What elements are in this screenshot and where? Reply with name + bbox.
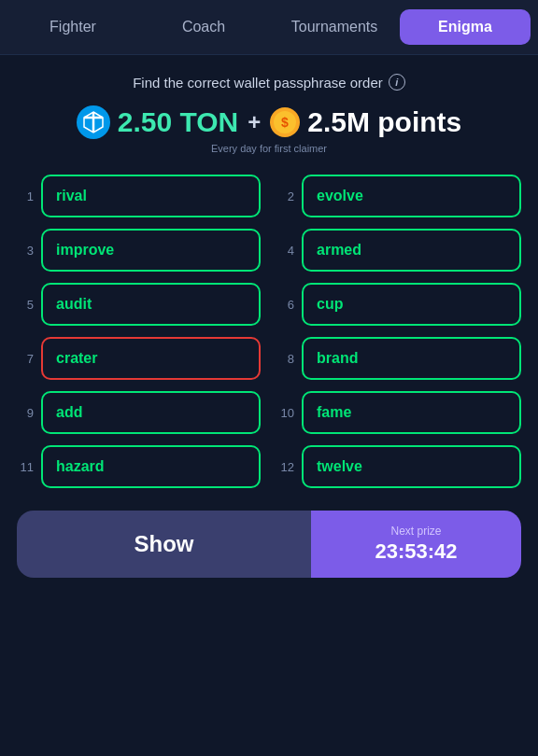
word-box-5[interactable]: audit xyxy=(41,283,261,326)
word-cell-2: 2evolve xyxy=(277,175,521,217)
ton-section: 2.50 TON xyxy=(77,105,239,139)
word-box-4[interactable]: armed xyxy=(302,229,521,272)
word-cell-7: 7crater xyxy=(17,337,261,380)
bottom-bar: Show Next prize 23:53:42 xyxy=(17,511,521,578)
word-box-8[interactable]: brand xyxy=(302,337,521,380)
word-box-12[interactable]: twelve xyxy=(302,445,521,488)
plus-sign: + xyxy=(248,109,261,135)
ton-logo-icon xyxy=(77,105,110,139)
nav-tab-coach[interactable]: Coach xyxy=(138,9,269,45)
word-cell-8: 8brand xyxy=(277,337,521,380)
word-num-6: 6 xyxy=(277,298,294,312)
word-num-3: 3 xyxy=(17,244,34,258)
word-cell-5: 5audit xyxy=(17,283,261,326)
word-cell-9: 9add xyxy=(17,391,261,434)
nav-bar: FighterCoachTournamentsEnigma xyxy=(0,0,538,55)
word-cell-10: 10fame xyxy=(277,391,521,434)
word-cell-1: 1rival xyxy=(17,175,261,217)
word-num-5: 5 xyxy=(17,298,34,312)
word-box-2[interactable]: evolve xyxy=(302,175,521,217)
word-grid: 1rival2evolve3improve4armed5audit6cup7cr… xyxy=(17,175,521,488)
svg-text:$: $ xyxy=(281,115,289,130)
info-icon[interactable]: i xyxy=(389,74,405,91)
nav-tab-tournaments[interactable]: Tournaments xyxy=(269,9,400,45)
word-num-12: 12 xyxy=(277,460,294,474)
word-cell-11: 11hazard xyxy=(17,445,261,488)
word-cell-4: 4armed xyxy=(277,229,521,272)
word-box-11[interactable]: hazard xyxy=(41,445,261,488)
nav-tab-enigma[interactable]: Enigma xyxy=(400,9,531,45)
word-box-1[interactable]: rival xyxy=(41,175,261,217)
word-cell-6: 6cup xyxy=(277,283,521,326)
next-prize-label: Next prize xyxy=(390,525,441,538)
reward-subtitle: Every day for first claimer xyxy=(17,143,521,154)
word-num-10: 10 xyxy=(277,406,294,420)
nav-tab-fighter[interactable]: Fighter xyxy=(7,9,138,45)
word-cell-3: 3improve xyxy=(17,229,261,272)
word-box-9[interactable]: add xyxy=(41,391,261,434)
next-prize-section: Next prize 23:53:42 xyxy=(311,511,521,578)
word-num-1: 1 xyxy=(17,189,34,203)
word-box-7[interactable]: crater xyxy=(41,337,261,380)
reward-row: 2.50 TON + $ 2.5M points xyxy=(17,105,521,139)
word-num-4: 4 xyxy=(277,244,294,258)
word-box-3[interactable]: improve xyxy=(41,229,261,272)
header-title-text: Find the correct wallet passphrase order xyxy=(133,75,383,91)
word-box-10[interactable]: fame xyxy=(302,391,521,434)
word-num-2: 2 xyxy=(277,189,294,203)
show-button[interactable]: Show xyxy=(17,511,311,578)
word-box-6[interactable]: cup xyxy=(302,283,521,326)
coin-icon: $ xyxy=(270,107,300,137)
header-title: Find the correct wallet passphrase order… xyxy=(17,74,521,91)
main-content: Find the correct wallet passphrase order… xyxy=(0,55,538,593)
word-num-8: 8 xyxy=(277,352,294,366)
word-cell-12: 12twelve xyxy=(277,445,521,488)
points-amount: 2.5M points xyxy=(307,106,461,138)
word-num-9: 9 xyxy=(17,406,34,420)
next-prize-timer: 23:53:42 xyxy=(375,539,457,564)
word-num-11: 11 xyxy=(17,460,34,474)
word-num-7: 7 xyxy=(17,352,34,366)
ton-amount: 2.50 TON xyxy=(118,106,239,138)
points-section: $ 2.5M points xyxy=(270,106,461,138)
